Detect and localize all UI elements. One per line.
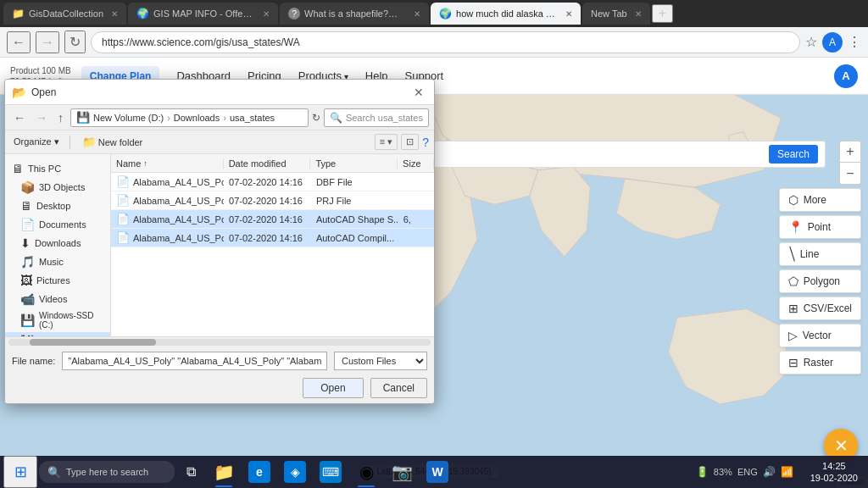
col-name-label: Name	[116, 158, 141, 169]
battery-percent: 83%	[714, 467, 732, 477]
profile-icon[interactable]: A	[822, 32, 843, 53]
vector-tool-button[interactable]: ▷ Vector	[779, 324, 861, 347]
address-bar[interactable]: https://www.science.com/gis/usa_states/W…	[91, 31, 800, 53]
tab-2[interactable]: 🌍 GIS MAP INFO - Offering GIS re... ✕	[128, 3, 278, 25]
new-tab-button[interactable]: +	[652, 4, 673, 23]
col-header-type[interactable]: Type	[310, 158, 398, 169]
tab-5-close[interactable]: ✕	[635, 9, 642, 19]
task-view-icon: ⧉	[186, 464, 196, 480]
point-tool-button[interactable]: 📍 Point	[779, 215, 861, 239]
taskbar-search-bar[interactable]: 🔍 Type here to search	[39, 461, 175, 483]
filename-input[interactable]	[62, 352, 327, 370]
more-tool-icon: ⬡	[788, 193, 798, 207]
taskbar-apps: ⧉ 📁 e ◈ ⌨ ◉ 📷 W	[176, 456, 454, 488]
breadcrumb-forward-button[interactable]: →	[32, 109, 51, 126]
taskbar-app-vscode[interactable]: ⌨	[314, 456, 348, 488]
more-tool-button[interactable]: ⬡ More	[779, 188, 861, 212]
sidebar-item-desktop[interactable]: 🖥 Desktop	[5, 197, 110, 215]
file-row-2[interactable]: 📄 Alabama_AL4_US_Poly 07-02-2020 14:16 A…	[111, 210, 434, 229]
tab-1-favicon: 📁	[12, 8, 25, 19]
taskbar-app-edge2[interactable]: ◈	[278, 456, 312, 488]
sidebar-item-music[interactable]: 🎵 Music	[5, 252, 110, 271]
col-header-name[interactable]: Name ↑	[111, 158, 224, 169]
polygon-tool-button[interactable]: ⬠ Polygon	[779, 269, 861, 293]
col-header-date[interactable]: Date modified	[224, 158, 311, 169]
csv-tool-button[interactable]: ⊞ CSV/Excel	[779, 297, 861, 320]
back-button[interactable]: ←	[7, 31, 31, 53]
breadcrumb-search[interactable]: 🔍 Search usa_states	[324, 108, 429, 127]
new-folder-button[interactable]: 📁 New folder	[77, 134, 148, 150]
taskbar-app-explorer[interactable]: 📁	[207, 456, 241, 488]
zoom-out-button[interactable]: −	[839, 163, 861, 185]
view-list-button[interactable]: ≡ ▾	[375, 134, 398, 150]
sidebar-item-downloads[interactable]: ⬇ Downloads	[5, 234, 110, 252]
tab-3-close[interactable]: ✕	[414, 9, 420, 19]
taskbar-app-photos[interactable]: 📷	[385, 456, 419, 488]
taskbar-app-edge[interactable]: e	[242, 456, 276, 488]
tab-2-close[interactable]: ✕	[263, 9, 270, 19]
file-icon-2: 📄	[116, 213, 130, 225]
taskbar-right: 🔋 83% ENG 🔊 📶 14:25 19-02-2020	[689, 460, 865, 485]
filetype-select[interactable]: Custom Files	[334, 352, 427, 370]
tab-4-close[interactable]: ✕	[565, 9, 572, 19]
line-tool-label: Line	[800, 248, 820, 260]
videos-label: Videos	[39, 294, 67, 304]
sidebar-item-this-pc[interactable]: 🖥 This PC	[5, 159, 110, 178]
cancel-button[interactable]: Cancel	[370, 378, 427, 398]
sidebar-item-3d-objects[interactable]: 📦 3D Objects	[5, 178, 110, 197]
taskbar-app-word[interactable]: W	[420, 456, 454, 488]
organize-button[interactable]: Organize ▾	[10, 135, 63, 149]
sidebar-item-pictures[interactable]: 🖼 Pictures	[5, 271, 110, 290]
file-name-0: Alabama_AL4_US_Poly.dbf	[133, 177, 224, 187]
breadcrumb-up-button[interactable]: ↑	[54, 109, 67, 126]
reload-button[interactable]: ↻	[64, 30, 86, 53]
3d-objects-icon: 📦	[20, 180, 35, 194]
line-tool-button[interactable]: ╱ Line	[779, 242, 861, 266]
sidebar-item-documents[interactable]: 📄 Documents	[5, 215, 110, 234]
bookmark-icon[interactable]: ☆	[805, 34, 817, 50]
file-cell-name-2: 📄 Alabama_AL4_US_Poly	[111, 213, 224, 225]
taskbar-app-chrome[interactable]: ◉	[349, 456, 383, 488]
file-cell-type-0: DBF File	[311, 177, 398, 187]
breadcrumb-path[interactable]: 💾 New Volume (D:) › Downloads › usa_stat…	[70, 108, 309, 127]
settings-icon[interactable]: ⋮	[848, 34, 861, 50]
file-cell-date-3: 07-02-2020 14:16	[224, 233, 311, 243]
raster-tool-button[interactable]: ⊟ Raster	[779, 351, 861, 374]
sidebar-item-new-vol-d[interactable]: 💾 New Volume (D:)	[5, 332, 110, 336]
forward-button[interactable]: →	[36, 31, 59, 53]
product-label: Product 100 MB	[10, 65, 71, 76]
file-row-1[interactable]: 📄 Alabama_AL4_US_Poly.prj 07-02-2020 14:…	[111, 191, 434, 210]
raster-tool-icon: ⊟	[788, 356, 798, 369]
tab-3[interactable]: ? What is a shapefile?—Help | Arc... ✕	[280, 3, 429, 25]
sidebar-item-windows-c[interactable]: 💾 Windows-SSD (C:)	[5, 308, 110, 332]
task-view-button[interactable]: ⧉	[176, 456, 205, 488]
dialog-bottom: File name: Custom Files Open Cancel	[5, 336, 434, 403]
tab-5[interactable]: New Tab ✕	[582, 3, 650, 25]
clock[interactable]: 14:25 19-02-2020	[804, 460, 865, 485]
tab-1-close[interactable]: ✕	[111, 9, 118, 19]
scrollbar-row[interactable]	[5, 337, 434, 347]
chrome-icon: ◉	[359, 462, 374, 482]
this-pc-icon: 🖥	[12, 162, 24, 175]
nav-bar: ← → ↻ https://www.science.com/gis/usa_st…	[0, 27, 868, 58]
raster-tool-label: Raster	[804, 357, 833, 369]
tab-bar: 📁 GisDataCollection ✕ 🌍 GIS MAP INFO - O…	[0, 0, 868, 27]
map-search-button[interactable]: Search	[769, 145, 818, 164]
dialog-close-button[interactable]: ✕	[410, 84, 427, 101]
toolbar-help-button[interactable]: ?	[422, 136, 429, 149]
start-button[interactable]: ⊞	[3, 456, 37, 488]
zoom-in-button[interactable]: +	[839, 141, 861, 163]
breadcrumb-back-button[interactable]: ←	[10, 109, 29, 126]
col-header-size[interactable]: Size	[398, 158, 434, 169]
tab-1[interactable]: 📁 GisDataCollection ✕	[3, 3, 126, 25]
file-row-0[interactable]: 📄 Alabama_AL4_US_Poly.dbf 07-02-2020 14:…	[111, 173, 434, 191]
pictures-label: Pictures	[36, 275, 70, 286]
file-row-3[interactable]: 📄 Alabama_AL4_US_Poly 07-02-2020 14:16 A…	[111, 229, 434, 247]
sidebar-item-videos[interactable]: 📹 Videos	[5, 290, 110, 308]
breadcrumb-refresh-button[interactable]: ↻	[312, 112, 320, 124]
taskbar-search-text: Type here to search	[66, 467, 148, 477]
open-button[interactable]: Open	[303, 378, 363, 398]
tab-4-active[interactable]: 🌍 how much did alaska cost in too... ✕	[431, 3, 581, 25]
view-size-button[interactable]: ⊡	[401, 134, 419, 150]
site-avatar[interactable]: A	[834, 64, 858, 88]
